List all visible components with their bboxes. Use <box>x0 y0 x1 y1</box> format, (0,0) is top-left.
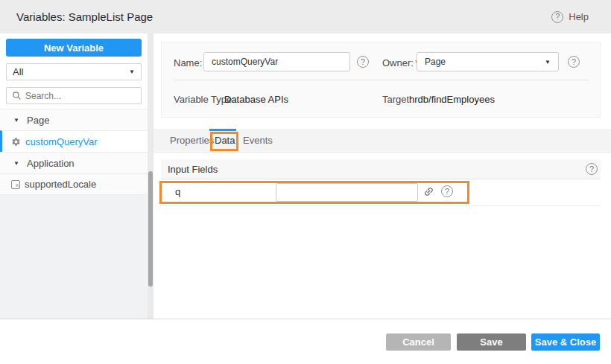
variables-sidebar: New Variable All ▼ ▼ Page customQueryVar <box>0 33 149 319</box>
chevron-down-icon: ▼ <box>129 68 135 75</box>
input-fields-header: Input Fields ? <box>161 159 601 179</box>
search-icon <box>12 91 22 100</box>
field-q-help-icon[interactable]: ? <box>441 185 453 197</box>
variable-search[interactable] <box>6 87 142 104</box>
tree-group-label: Page <box>27 115 49 126</box>
field-label-q: q <box>175 179 180 204</box>
tree-group-page[interactable]: ▼ Page <box>0 109 149 130</box>
variable-type-value: Database APIs <box>224 94 288 105</box>
target-label: Target: <box>382 94 412 105</box>
name-help-icon[interactable]: ? <box>357 56 369 68</box>
save-and-close-button[interactable]: Save & Close <box>531 333 600 351</box>
chevron-down-icon: ▼ <box>545 59 551 66</box>
tree-item-supportedlocale[interactable]: x supportedLocale <box>0 173 149 195</box>
service-variable-gear-icon <box>11 137 21 147</box>
cancel-button[interactable]: Cancel <box>386 333 451 351</box>
collapse-triangle-icon: ▼ <box>13 117 21 124</box>
sidebar-background <box>0 195 149 319</box>
variables-dialog: Variables: SampleList Page ? Help New Va… <box>0 0 611 364</box>
filter-selected-value: All <box>13 66 23 77</box>
detail-tab-bar: Properties Data Events <box>153 129 611 153</box>
help-label: Help <box>569 11 589 22</box>
field-q-input[interactable] <box>276 183 418 202</box>
owner-select[interactable]: Page ▼ <box>417 52 559 71</box>
tab-data[interactable]: Data <box>215 129 235 153</box>
name-label: Name:* <box>174 57 207 68</box>
new-variable-button[interactable]: New Variable <box>6 39 142 57</box>
name-input[interactable] <box>203 52 350 71</box>
search-input[interactable] <box>25 91 136 101</box>
footer-divider <box>0 319 611 319</box>
form-divider <box>174 80 589 80</box>
variable-filter-select[interactable]: All ▼ <box>6 63 142 80</box>
tree-item-customqueryvar[interactable]: customQueryVar <box>0 130 149 152</box>
tree-item-label: customQueryVar <box>25 136 98 147</box>
tab-properties[interactable]: Properties <box>170 129 214 153</box>
tree-group-application[interactable]: ▼ Application <box>0 152 149 173</box>
help-button[interactable]: ? Help <box>551 0 589 33</box>
question-icon: ? <box>551 11 563 23</box>
collapse-triangle-icon: ▼ <box>13 160 21 167</box>
variable-detail-panel: Name:* ? Owner:* Page ▼ ? Variable Type:… <box>153 33 611 319</box>
variables-tree: ▼ Page customQueryVar ▼ Application x su… <box>0 109 149 195</box>
bind-link-icon[interactable] <box>423 186 434 197</box>
tree-group-label: Application <box>27 158 75 169</box>
dialog-header: Variables: SampleList Page ? Help <box>0 0 611 33</box>
sidebar-scrollbar-thumb[interactable] <box>148 171 153 287</box>
model-variable-icon: x <box>11 180 20 189</box>
owner-help-icon[interactable]: ? <box>568 56 580 68</box>
input-field-row-q: q ? <box>161 179 601 206</box>
variable-summary-form: Name:* ? Owner:* Page ▼ ? Variable Type:… <box>161 42 601 118</box>
target-value: hrdb/findEmployees <box>409 94 495 105</box>
owner-label: Owner:* <box>382 57 419 68</box>
page-title: Variables: SampleList Page <box>16 0 153 33</box>
input-fields-help-icon[interactable]: ? <box>586 163 598 175</box>
save-button[interactable]: Save <box>457 333 526 351</box>
owner-selected-value: Page <box>425 57 446 67</box>
input-fields-title: Input Fields <box>168 159 218 179</box>
tab-events[interactable]: Events <box>243 129 273 153</box>
tree-item-label: supportedLocale <box>25 179 96 190</box>
